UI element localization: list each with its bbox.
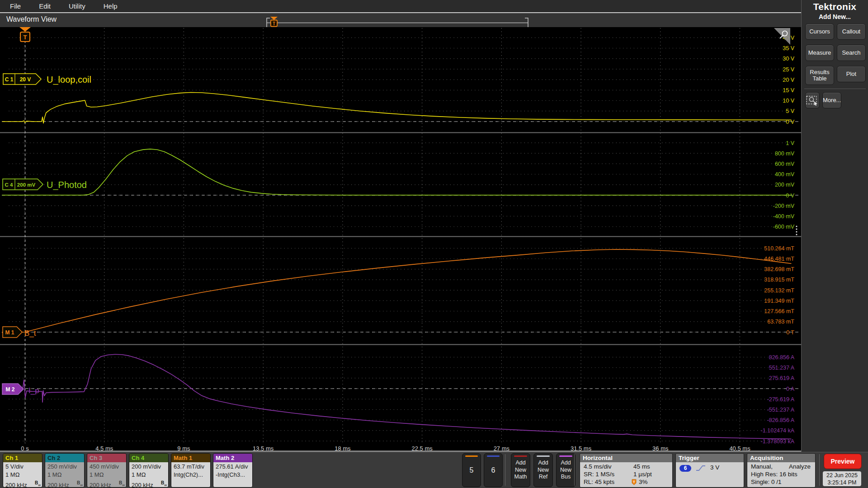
- waveform-slot-button-6[interactable]: 6: [484, 453, 503, 487]
- channel-scale: 5 V/div: [5, 463, 41, 471]
- sidebar-bottom-row: More...: [805, 92, 866, 108]
- results-table-button[interactable]: Results Table: [805, 66, 834, 85]
- channel-bandwidth-row: 200 kHzBw: [47, 479, 83, 488]
- add-new-ref-button[interactable]: AddNewRef: [533, 453, 553, 487]
- sidebar-button-grid: CursorsCalloutMeasureSearchResults Table…: [805, 23, 866, 85]
- channel-details: 200 mV/div1 MΩ200 kHzBw: [129, 462, 168, 488]
- splitter-drag-handle[interactable]: [796, 225, 797, 227]
- trace-ch1[interactable]: [2, 93, 791, 123]
- add-button-line: Add: [538, 460, 548, 467]
- axis-label-ch4: -200 mV: [773, 203, 795, 209]
- channel-bandwidth-row: 200 kHzBw: [90, 479, 125, 488]
- axis-label-ch1: 35 V: [783, 45, 794, 52]
- callout-button[interactable]: Callout: [837, 23, 866, 40]
- waveform-plot[interactable]: 40 V35 V30 V25 V20 V15 V10 V5 V0 V1 V800…: [0, 27, 801, 452]
- channel-title: Math 2: [213, 454, 252, 462]
- channel-impedance: -Intg(Ch3...: [216, 471, 251, 479]
- channel-scale: 450 mV/div: [90, 463, 125, 471]
- channel-badge-math1[interactable]: Math 163.7 mT/divIntg(Ch2)...: [171, 453, 211, 488]
- channel-impedance: 1 MΩ: [90, 471, 125, 479]
- add-new-bus-button[interactable]: AddNewBus: [556, 453, 576, 487]
- axis-label-ch4: 0 V: [786, 192, 794, 199]
- axis-label-ch4: 1 V: [786, 140, 794, 146]
- acquisition-panel[interactable]: Acquisition Manual, Analyze High Res: 16…: [747, 453, 816, 488]
- add-new-math-button[interactable]: AddNewMath: [511, 453, 530, 487]
- record-length: RL: 45 kpts: [584, 479, 614, 485]
- channel-bandwidth: 200 kHz: [5, 481, 27, 488]
- zoom-select-icon: [806, 95, 819, 106]
- trace-m1[interactable]: [2, 249, 791, 333]
- axis-label-ch4: -400 mV: [773, 213, 795, 220]
- sample-resolution: 1 µs/pt: [633, 471, 652, 478]
- trace-ch4[interactable]: [2, 149, 791, 195]
- menu-bar: FileEditUtilityHelp: [0, 0, 801, 12]
- acquisition-single: Single: 0 /1: [751, 479, 782, 485]
- channel-scale: 63.7 mT/div: [174, 463, 209, 471]
- channel-details: 450 mV/div1 MΩ200 kHzBw: [87, 462, 126, 488]
- trigger-source-badge: 6: [679, 465, 691, 472]
- horizontal-panel-title: Horizontal: [580, 454, 672, 462]
- channel-badge-ch1[interactable]: Ch 15 V/div1 MΩ200 kHzBw: [3, 453, 42, 488]
- axis-label-m2: -1.102474 kA: [761, 427, 795, 434]
- sample-rate: SR: 1 MS/s: [584, 471, 614, 478]
- search-button[interactable]: Search: [837, 45, 866, 61]
- axis-label-ch1: 15 V: [783, 87, 794, 94]
- channel-badge-math2[interactable]: Math 2275.61 A/div-Intg(Ch3...: [213, 453, 253, 488]
- menu-item-utility[interactable]: Utility: [69, 2, 85, 10]
- horizontal-panel[interactable]: Horizontal 4.5 ms/div 45 ms SR: 1 MS/s 1…: [580, 453, 673, 488]
- axis-label-ch1: 0 V: [786, 119, 794, 125]
- axis-label-ch4: 200 mV: [775, 182, 795, 188]
- trace-m2[interactable]: [2, 354, 791, 439]
- axis-label-m2: 551.237 A: [769, 365, 795, 371]
- menu-item-help[interactable]: Help: [104, 2, 118, 10]
- waveform-slot-button-5[interactable]: 5: [462, 453, 481, 487]
- splitter-drag-handle[interactable]: [796, 231, 797, 232]
- menu-item-edit[interactable]: Edit: [39, 2, 51, 10]
- axis-label-m1: 446.481 mT: [764, 256, 794, 262]
- trigger-marker-icon: [19, 27, 31, 32]
- slot-color-stripe: [487, 455, 500, 457]
- axis-label-m1: 318.915 mT: [764, 277, 794, 283]
- channel-badge-ch3[interactable]: Ch 3450 mV/div1 MΩ200 kHzBw: [87, 453, 127, 488]
- acquisition-panel-title: Acquisition: [747, 454, 815, 462]
- splitter-drag-handle[interactable]: [796, 228, 797, 230]
- axis-label-ch4: 400 mV: [775, 171, 795, 178]
- svg-text:M 2: M 2: [5, 386, 14, 393]
- plot-button[interactable]: Plot: [837, 66, 866, 82]
- channel-details: 5 V/div1 MΩ200 kHzBw: [3, 462, 42, 488]
- horizontal-position-scrollbar[interactable]: T: [0, 13, 801, 27]
- add-color-stripe: [559, 455, 572, 457]
- bandwidth-limit-icon: Bw: [77, 479, 83, 488]
- time-label: 40.5 ms: [729, 445, 750, 452]
- svg-text:T: T: [273, 21, 275, 26]
- axis-label-ch1: 20 V: [783, 77, 794, 83]
- channel-bandwidth-row: 200 kHzBw: [132, 479, 167, 488]
- svg-text:T: T: [24, 34, 27, 41]
- svg-text:20 V: 20 V: [20, 76, 31, 83]
- preview-button[interactable]: Preview: [824, 454, 862, 469]
- slot-number: 5: [470, 466, 474, 474]
- cursors-button[interactable]: Cursors: [805, 23, 834, 40]
- svg-text:200 mV: 200 mV: [17, 182, 36, 188]
- menu-item-file[interactable]: File: [10, 2, 21, 10]
- right-sidebar: Tektronix Add New... CursorsCalloutMeasu…: [801, 0, 868, 452]
- svg-text:T: T: [633, 480, 635, 484]
- channel-badge-ch4[interactable]: Ch 4200 mV/div1 MΩ200 kHzBw: [129, 453, 169, 488]
- splitter-drag-handle[interactable]: [796, 234, 797, 235]
- bandwidth-limit-icon: Bw: [161, 479, 167, 488]
- measure-button[interactable]: Measure: [805, 45, 834, 61]
- channel-badge-ch2[interactable]: Ch 2250 mV/div1 MΩ200 kHzBw: [45, 453, 85, 488]
- channel-details: 275.61 A/div-Intg(Ch3...: [213, 462, 252, 488]
- axis-label-m2: -1.378093 kA: [761, 438, 795, 445]
- add-button-line: Add: [515, 460, 525, 467]
- more-button[interactable]: More...: [822, 92, 841, 108]
- trigger-panel[interactable]: Trigger 6 3 V: [675, 453, 744, 488]
- separator: [505, 454, 505, 486]
- axis-label-m2: -275.619 A: [767, 396, 795, 403]
- waveform-label: U_loop,coil: [47, 75, 91, 85]
- add-color-stripe: [514, 455, 527, 457]
- zoom-select-button[interactable]: [805, 92, 820, 108]
- bandwidth-limit-icon: Bw: [35, 479, 41, 488]
- time-label: 0 s: [21, 445, 29, 452]
- bottom-control-bar: Ch 15 V/div1 MΩ200 kHzBwCh 2250 mV/div1 …: [0, 452, 868, 488]
